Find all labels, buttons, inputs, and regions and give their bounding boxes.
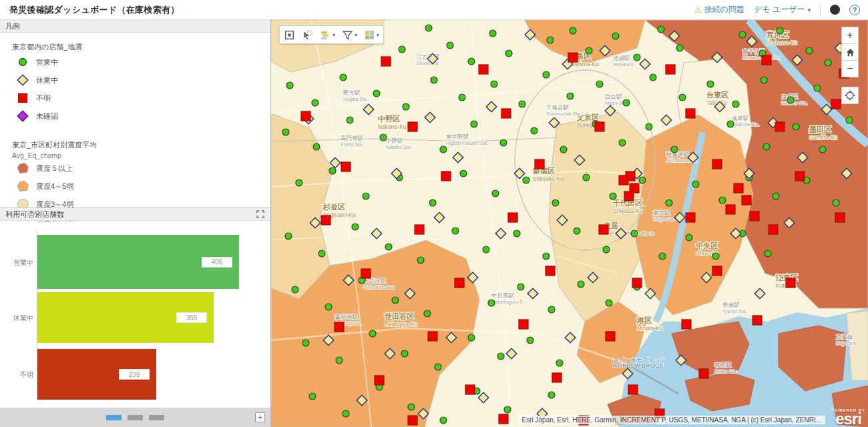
store-marker-unknown[interactable] bbox=[428, 332, 437, 341]
store-marker-open[interactable] bbox=[658, 26, 664, 33]
zoom-out-button[interactable]: − bbox=[841, 60, 859, 77]
store-marker-open[interactable] bbox=[519, 101, 525, 107]
store-marker-open[interactable] bbox=[483, 246, 489, 253]
store-marker-open[interactable] bbox=[610, 193, 616, 199]
store-marker-open[interactable] bbox=[552, 199, 559, 206]
store-marker-unknown[interactable] bbox=[835, 213, 845, 222]
pager-dot[interactable] bbox=[128, 415, 143, 420]
store-marker-open[interactable] bbox=[471, 121, 477, 127]
store-marker-open[interactable] bbox=[686, 234, 692, 241]
store-marker-open[interactable] bbox=[417, 257, 424, 264]
store-marker-open[interactable] bbox=[343, 410, 349, 417]
store-marker-unknown[interactable] bbox=[632, 278, 642, 288]
store-marker-unknown[interactable] bbox=[686, 213, 695, 222]
store-marker-unknown[interactable] bbox=[750, 211, 759, 221]
store-marker-open[interactable] bbox=[424, 310, 431, 317]
store-marker-open[interactable] bbox=[440, 146, 447, 153]
store-marker-open[interactable] bbox=[309, 393, 316, 400]
basemap-tool-icon[interactable]: ▾ bbox=[364, 29, 379, 41]
profile-avatar[interactable] bbox=[830, 5, 840, 15]
store-marker-unknown[interactable] bbox=[726, 205, 735, 214]
store-marker-open[interactable] bbox=[806, 47, 813, 54]
zoom-in-button[interactable]: + bbox=[841, 27, 859, 44]
store-marker-open[interactable] bbox=[312, 99, 318, 106]
store-marker-open[interactable] bbox=[491, 81, 497, 87]
store-marker-unknown[interactable] bbox=[686, 109, 695, 118]
store-marker-open[interactable] bbox=[671, 146, 678, 153]
store-marker-open[interactable] bbox=[692, 181, 699, 187]
select-tool-icon[interactable] bbox=[302, 29, 313, 41]
store-marker-unknown[interactable] bbox=[465, 385, 475, 394]
store-marker-unknown[interactable] bbox=[599, 225, 608, 234]
store-marker-open[interactable] bbox=[787, 97, 794, 103]
store-marker-unknown[interactable] bbox=[712, 266, 722, 276]
store-marker-open[interactable] bbox=[313, 143, 320, 150]
store-marker-unknown[interactable] bbox=[734, 183, 743, 193]
connection-warning-link[interactable]: ⚠ 接続の問題 bbox=[694, 4, 744, 15]
store-marker-open[interactable] bbox=[727, 121, 734, 127]
store-marker-unknown[interactable] bbox=[699, 369, 708, 378]
store-marker-open[interactable] bbox=[606, 300, 612, 306]
store-marker-open[interactable] bbox=[399, 46, 405, 53]
store-marker-open[interactable] bbox=[846, 117, 853, 123]
store-marker-unknown[interactable] bbox=[321, 216, 331, 225]
store-marker-open[interactable] bbox=[631, 230, 638, 237]
store-marker-open[interactable] bbox=[452, 228, 459, 234]
store-marker-open[interactable] bbox=[468, 58, 475, 65]
store-marker-unknown[interactable] bbox=[775, 122, 785, 131]
store-marker-open[interactable] bbox=[793, 123, 799, 130]
store-marker-open[interactable] bbox=[833, 199, 839, 206]
store-marker-open[interactable] bbox=[547, 37, 554, 43]
store-marker-unknown[interactable] bbox=[301, 111, 310, 121]
store-marker-open[interactable] bbox=[363, 193, 369, 199]
store-marker-unknown[interactable] bbox=[619, 175, 628, 185]
store-marker-open[interactable] bbox=[761, 77, 767, 83]
store-marker-unknown[interactable] bbox=[762, 55, 771, 65]
store-marker-unknown[interactable] bbox=[795, 171, 805, 181]
store-marker-unknown[interactable] bbox=[341, 162, 351, 171]
store-marker-open[interactable] bbox=[650, 74, 656, 81]
store-marker-open[interactable] bbox=[676, 45, 683, 51]
store-marker-open[interactable] bbox=[583, 174, 590, 181]
store-marker-open[interactable] bbox=[814, 85, 821, 91]
store-marker-unknown[interactable] bbox=[552, 373, 562, 382]
store-marker-open[interactable] bbox=[447, 42, 453, 49]
store-marker-open[interactable] bbox=[488, 300, 495, 306]
store-marker-open[interactable] bbox=[634, 54, 640, 61]
store-marker-open[interactable] bbox=[497, 353, 504, 360]
store-marker-open[interactable] bbox=[763, 143, 770, 150]
store-marker-open[interactable] bbox=[347, 117, 353, 123]
store-marker-open[interactable] bbox=[765, 250, 771, 257]
store-marker-open[interactable] bbox=[548, 392, 555, 398]
filter-tool-icon[interactable]: ▾ bbox=[342, 29, 357, 41]
store-marker-open[interactable] bbox=[517, 284, 524, 290]
store-marker-open[interactable] bbox=[659, 253, 666, 260]
store-marker-open[interactable] bbox=[500, 139, 507, 146]
store-marker-open[interactable] bbox=[282, 129, 289, 135]
store-marker-open[interactable] bbox=[296, 179, 302, 186]
store-marker-unknown[interactable] bbox=[479, 65, 488, 74]
store-marker-open[interactable] bbox=[707, 81, 714, 87]
store-marker-open[interactable] bbox=[325, 304, 332, 310]
store-marker-open[interactable] bbox=[523, 177, 529, 183]
store-marker-unknown[interactable] bbox=[712, 159, 722, 169]
locate-button[interactable] bbox=[841, 87, 859, 104]
store-marker-unknown[interactable] bbox=[335, 322, 344, 332]
store-marker-open[interactable] bbox=[369, 330, 376, 337]
store-marker-open[interactable] bbox=[329, 167, 336, 174]
store-marker-unknown[interactable] bbox=[624, 191, 634, 201]
store-marker-open[interactable] bbox=[825, 59, 831, 66]
store-marker-open[interactable] bbox=[556, 360, 563, 366]
store-marker-open[interactable] bbox=[504, 406, 511, 413]
pager-dot[interactable] bbox=[106, 415, 122, 420]
store-marker-unknown[interactable] bbox=[682, 320, 691, 329]
store-marker-open[interactable] bbox=[513, 230, 520, 237]
layers-tool-icon[interactable]: ▾ bbox=[320, 29, 335, 41]
store-marker-open[interactable] bbox=[612, 33, 619, 39]
store-marker-open[interactable] bbox=[570, 27, 576, 34]
store-marker-unknown[interactable] bbox=[535, 159, 544, 169]
store-marker-open[interactable] bbox=[527, 337, 533, 344]
store-marker-open[interactable] bbox=[340, 74, 347, 81]
store-marker-open[interactable] bbox=[505, 50, 512, 57]
store-marker-unknown[interactable] bbox=[666, 65, 675, 74]
